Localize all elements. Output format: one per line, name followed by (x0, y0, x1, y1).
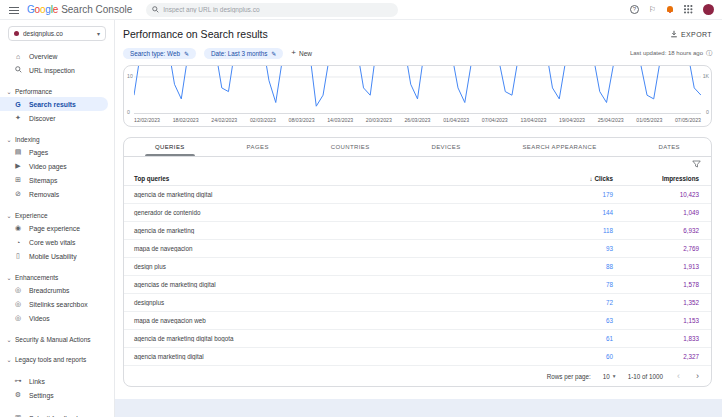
sidebar-item-core-web-vitals[interactable]: ◔ Core web vitals (0, 235, 108, 249)
top-bar: Google Search Console ? ⚐ (0, 0, 722, 20)
y-axis-tick-right: 1K (703, 73, 709, 79)
sidebar-item-search-results[interactable]: G Search results (0, 97, 108, 111)
sort-desc-icon: ↓ (589, 176, 592, 182)
links-icon: ⊶ (12, 377, 24, 385)
search-type-filter-chip[interactable]: Search type: Web ✎ (123, 48, 196, 59)
video-icon: ▶ (12, 162, 24, 170)
sidebar-item-page-experience[interactable]: ◉ Page experience (0, 221, 108, 235)
table-row[interactable]: agencia de marketing digital 179 10,423 (124, 186, 711, 204)
info-icon: ⓘ (706, 49, 712, 58)
table-row[interactable]: designplus 72 1,352 (124, 294, 711, 312)
table-row[interactable]: mapa de navegacion 93 2,769 (124, 240, 711, 258)
sidebar-item-breadcrumbs[interactable]: ◎ Breadcrumbs (0, 283, 108, 297)
next-page-button[interactable]: › (694, 372, 701, 381)
google-logo: Google (27, 4, 58, 15)
column-clicks[interactable]: ↓Clicks (555, 175, 633, 182)
date-filter-chip[interactable]: Date: Last 3 months ✎ (204, 48, 283, 59)
help-icon[interactable]: ? (630, 5, 639, 14)
clicks-line-chart[interactable] (134, 66, 701, 114)
x-axis-tick: 24/02/2023 (211, 117, 237, 123)
sidebar-item-sitemaps[interactable]: ⊞ Sitemaps (0, 173, 108, 187)
sitemap-icon: ⊞ (12, 176, 24, 184)
property-favicon (14, 31, 19, 36)
notifications-icon[interactable] (666, 6, 674, 14)
prev-page-button[interactable]: ‹ (675, 372, 682, 381)
edit-pencil-icon: ✎ (271, 50, 276, 57)
sidebar-item-links[interactable]: ⊶ Links (0, 374, 108, 388)
url-inspection-searchbar[interactable] (146, 3, 398, 17)
user-avatar[interactable] (703, 4, 714, 15)
sidebar-item-submit-feedback[interactable]: ▣ Submit feedback (0, 411, 108, 417)
table-row[interactable]: mapa de navegacion web 63 1,153 (124, 312, 711, 330)
sidebar-section-indexing[interactable]: ⌄ Indexing (0, 133, 114, 145)
sidebar-item-pages[interactable]: ▤ Pages (0, 145, 108, 159)
table-row[interactable]: agencias de marketing digital 78 1,578 (124, 276, 711, 294)
sidebar-item-discover[interactable]: ✦ Discover (0, 111, 108, 125)
column-top-queries[interactable]: Top queries (124, 175, 555, 182)
x-axis-tick: 01/04/2023 (443, 117, 469, 123)
tab-devices[interactable]: DEVICES (421, 138, 470, 156)
apps-grid-icon[interactable] (684, 5, 693, 14)
x-axis-tick: 25/04/2023 (598, 117, 624, 123)
sidebar-item-removals[interactable]: ⊘ Removals (0, 187, 108, 201)
hamburger-menu-icon[interactable] (8, 5, 20, 15)
tab-queries[interactable]: QUERIES (145, 138, 195, 156)
sidebar-item-videos[interactable]: ◎ Videos (0, 311, 108, 325)
sidebar-section-security-manual-actions[interactable]: ⌄ Security & Manual Actions (0, 333, 114, 345)
magnifier-icon (12, 66, 24, 74)
x-axis-tick: 26/03/2023 (404, 117, 430, 123)
x-axis-tick: 01/05/2023 (636, 117, 662, 123)
x-axis-tick: 07/05/2023 (675, 117, 701, 123)
core-web-vitals-icon: ◔ (12, 239, 24, 246)
google-g-icon: G (12, 101, 24, 108)
sidebar-section-legacy-tools[interactable]: ⌄ Legacy tools and reports (0, 353, 114, 365)
app-logo[interactable]: Google Search Console (27, 4, 132, 15)
x-axis-tick: 12/02/2023 (134, 117, 160, 123)
sidebar-section-performance[interactable]: ⌄ Performance (0, 85, 114, 97)
x-axis-tick: 14/03/2023 (327, 117, 353, 123)
new-filter-button[interactable]: + New (291, 49, 312, 57)
tab-dates[interactable]: DATES (648, 138, 690, 156)
sidebar-item-sitelinks-searchbox[interactable]: ◎ Sitelinks searchbox (0, 297, 108, 311)
discover-icon: ✦ (12, 114, 24, 122)
tab-search-appearance[interactable]: SEARCH APPEARANCE (512, 138, 606, 156)
tab-countries[interactable]: COUNTRIES (321, 138, 380, 156)
export-button[interactable]: EXPORT (670, 30, 712, 38)
rows-per-page-select[interactable]: 10 ▾ (603, 373, 616, 380)
feedback-icon[interactable]: ⚐ (649, 6, 656, 14)
sidebar-section-experience[interactable]: ⌄ Experience (0, 209, 114, 221)
x-axis-tick: 20/03/2023 (366, 117, 392, 123)
table-row[interactable]: design plus 88 1,913 (124, 258, 711, 276)
table-row[interactable]: agencia marketing digital 60 2,327 (124, 348, 711, 366)
app-name: Search Console (61, 4, 132, 15)
search-input[interactable] (163, 6, 392, 13)
filter-funnel-icon[interactable] (692, 160, 701, 168)
sidebar-item-url-inspection[interactable]: URL inspection (0, 63, 108, 77)
table-row[interactable]: generador de contenido 144 1,049 (124, 204, 711, 222)
sidebar-item-mobile-usability[interactable]: ▯ Mobile Usability (0, 249, 108, 263)
tab-pages[interactable]: PAGES (237, 138, 279, 156)
plus-icon: + (291, 49, 296, 57)
x-axis-tick: 02/03/2023 (250, 117, 276, 123)
sitelinks-searchbox-icon: ◎ (12, 300, 24, 308)
sidebar-item-overview[interactable]: ⌂ Overview (0, 49, 108, 63)
filter-bar: Search type: Web ✎ Date: Last 3 months ✎… (123, 47, 712, 59)
table-row[interactable]: agencia de marketing 118 6,932 (124, 222, 711, 240)
clicks-series-line (134, 66, 701, 106)
sidebar-item-settings[interactable]: ⚙ Settings (0, 388, 108, 402)
edit-pencil-icon: ✎ (184, 50, 189, 57)
x-axis-tick: 07/04/2023 (482, 117, 508, 123)
column-impressions[interactable]: Impressions (633, 175, 711, 182)
sidebar-nav: ⌂ Overview URL inspection ⌄ Performance … (0, 49, 114, 417)
x-axis-tick: 19/04/2023 (559, 117, 585, 123)
videos-icon: ◎ (12, 314, 24, 322)
property-selector[interactable]: designplus.co ▾ (8, 26, 106, 41)
chevron-down-icon: ⌄ (5, 88, 13, 95)
y-axis-tick-left: 10 (127, 73, 133, 79)
x-axis-tick: 18/02/2023 (173, 117, 199, 123)
sidebar-item-video-pages[interactable]: ▶ Video pages (0, 159, 108, 173)
table-row[interactable]: agencia de marketing digital bogota 61 1… (124, 330, 711, 348)
sidebar-section-enhancements[interactable]: ⌄ Enhancements (0, 271, 114, 283)
chevron-down-icon: ▾ (613, 373, 616, 379)
home-icon: ⌂ (12, 53, 24, 60)
